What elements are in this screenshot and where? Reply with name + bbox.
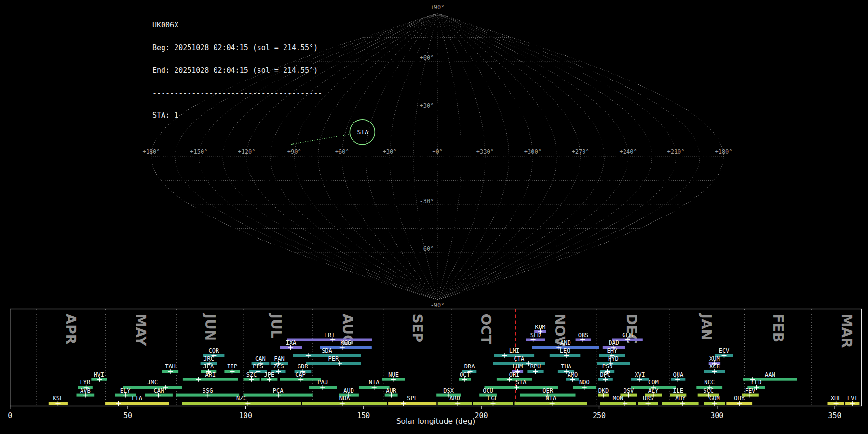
lon-label: +270° xyxy=(572,149,589,155)
shower-code-label: LEO xyxy=(560,347,570,354)
shower-code-label: SSG xyxy=(203,387,213,394)
shower-code-label: CAM xyxy=(153,387,164,394)
month-label: JAN xyxy=(698,313,714,341)
x-axis-title: Solar longitude (deg) xyxy=(396,417,475,426)
x-tick-label: 350 xyxy=(828,411,841,420)
shower-code-label: DSV xyxy=(624,387,634,394)
shower-code-label: STA xyxy=(516,379,527,386)
shower-code-label: OCU xyxy=(483,387,493,394)
month-label: SEP xyxy=(409,314,425,343)
shower-code-label: QUA xyxy=(673,371,684,378)
shower-code-label: ARI xyxy=(205,371,216,378)
shower-code-label: KCG xyxy=(340,339,351,346)
lon-label: +180° xyxy=(715,149,732,155)
shower-code-label: DPC xyxy=(600,371,611,378)
shower-code-label: XUM xyxy=(709,355,720,362)
shower-activity-bar xyxy=(287,339,372,341)
grid-meridian xyxy=(437,14,461,300)
shower-code-label: XCB xyxy=(709,363,720,370)
lon-label: +60° xyxy=(335,149,349,155)
begin-time: Beg: 20251028 02:04:15 (sol = 214.55°) xyxy=(152,44,322,52)
month-label: JUL xyxy=(268,313,284,339)
shower-code-label: GUM xyxy=(709,395,720,402)
shower-activity-bar xyxy=(388,402,436,405)
shower-code-label: XHE xyxy=(831,395,841,402)
separator-line: --------------------------------------- xyxy=(152,90,322,97)
shower-code-label: JMC xyxy=(148,379,158,386)
shower-code-label: EHY xyxy=(607,347,617,354)
shower-code-label: FED xyxy=(751,379,762,386)
x-tick-label: 200 xyxy=(475,411,488,420)
shower-activity-bar xyxy=(438,402,472,405)
shower-code-label: ETA xyxy=(132,395,142,402)
shower-code-label: CAP xyxy=(295,371,306,378)
shower-code-label: AUR xyxy=(386,387,396,394)
activity-timeline: APRMAYJUNJULAUGSEPOCTNOVDECJANFEBMARKUME… xyxy=(8,309,861,426)
shower-code-label: PAU xyxy=(317,379,328,386)
shower-activity-bar xyxy=(497,378,532,381)
lon-label: +120° xyxy=(238,149,255,155)
shower-code-label: LMI xyxy=(509,347,520,354)
shower-code-label: ZCS xyxy=(273,363,284,370)
radiant-drift-trail xyxy=(291,134,354,145)
shower-code-label: SZC xyxy=(246,371,257,378)
shower-code-label: AAN xyxy=(765,371,775,378)
shower-code-label: OCT xyxy=(460,371,470,378)
shower-code-label: GEM xyxy=(622,332,633,339)
shower-code-label: KSE xyxy=(53,395,64,402)
shower-peak-marker xyxy=(196,377,201,382)
grid-meridian xyxy=(437,14,556,300)
lat-label: +90° xyxy=(431,4,445,11)
shower-code-label: ORI xyxy=(509,371,520,378)
shower-code-label: SLD xyxy=(530,332,541,339)
station-code: UK006X xyxy=(152,22,322,29)
shower-code-label: DSX xyxy=(443,387,454,394)
shower-code-label: NDA xyxy=(339,395,350,402)
shower-code-label: ARD xyxy=(449,395,460,402)
lon-label: +90° xyxy=(287,149,301,155)
shower-code-label: OBS xyxy=(578,332,589,339)
shower-activity-bar xyxy=(293,354,361,357)
lon-label: +180° xyxy=(142,149,160,155)
shower-code-label: NZC xyxy=(236,395,247,402)
x-tick-label: 250 xyxy=(593,411,606,420)
shower-code-label: SPE xyxy=(407,395,418,402)
shower-code-label: ECV xyxy=(719,347,730,354)
shower-code-label: PSU xyxy=(602,363,613,370)
meteor-radiant-app: +180°+150°+120°+90°+60°+30°+0°+330°+300°… xyxy=(0,0,868,434)
lon-label: +0° xyxy=(432,149,443,155)
month-label: MAY xyxy=(133,314,149,347)
shower-code-label: GDR xyxy=(298,363,308,370)
shower-code-label: AHY xyxy=(675,395,686,402)
shower-code-label: HVI xyxy=(94,371,104,378)
shower-code-label: FAN xyxy=(274,355,285,362)
shower-code-label: PCA xyxy=(273,387,284,394)
radiant-label: STA xyxy=(357,128,369,136)
shower-code-label: RPU xyxy=(530,363,541,370)
shower-peak-marker xyxy=(502,353,507,358)
shower-code-label: LYR xyxy=(80,379,91,386)
grid-meridian xyxy=(437,14,700,300)
shower-count: STA: 1 xyxy=(152,112,322,120)
shower-activity-bar xyxy=(105,402,169,405)
lon-label: +210° xyxy=(667,149,684,155)
shower-code-label: JEA xyxy=(203,363,214,370)
shower-code-label: AND xyxy=(560,339,571,346)
shower-code-label: NIA xyxy=(369,379,380,386)
shower-code-label: ILE xyxy=(673,387,683,394)
shower-code-label: FEV xyxy=(745,387,756,394)
session-info: UK006X Beg: 20251028 02:04:15 (sol = 214… xyxy=(152,7,322,135)
shower-peak-marker xyxy=(306,353,311,358)
shower-code-label: HYD xyxy=(608,355,619,362)
shower-code-label: XVI xyxy=(635,371,645,378)
shower-code-label: JPE xyxy=(264,371,274,378)
shower-code-label: ELY xyxy=(120,387,131,394)
shower-code-label: AUD xyxy=(343,387,354,394)
shower-code-label: COR xyxy=(209,347,219,354)
shower-code-label: PER xyxy=(328,355,339,362)
shower-code-label: NUE xyxy=(388,371,399,378)
shower-code-label: NTA xyxy=(545,395,556,402)
x-tick-label: 50 xyxy=(123,411,132,420)
shower-code-label: DKD xyxy=(598,387,609,394)
lon-label: +330° xyxy=(476,149,494,155)
